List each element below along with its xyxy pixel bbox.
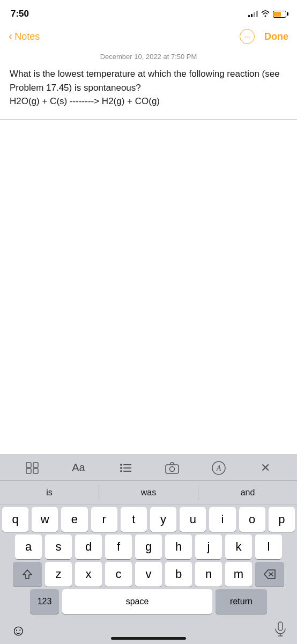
keyboard-row-4: 123 space return: [0, 587, 297, 616]
numbers-key[interactable]: 123: [30, 589, 59, 614]
space-key[interactable]: space: [62, 589, 212, 614]
done-button[interactable]: Done: [264, 31, 288, 42]
status-time: 7:50: [11, 9, 29, 19]
delete-key[interactable]: [255, 562, 284, 587]
key-t[interactable]: t: [121, 507, 147, 532]
svg-rect-3: [33, 469, 38, 473]
svg-point-11: [169, 466, 174, 471]
svg-text:A: A: [216, 464, 221, 472]
key-z[interactable]: z: [45, 562, 72, 587]
emoji-button[interactable]: ☺: [11, 622, 26, 639]
svg-point-6: [120, 470, 122, 472]
key-b[interactable]: b: [165, 562, 192, 587]
more-dots-icon: ···: [244, 32, 250, 41]
predictive-word-1[interactable]: is: [0, 481, 99, 504]
return-key[interactable]: return: [216, 589, 267, 614]
grid-toolbar-button[interactable]: [20, 458, 44, 478]
key-c[interactable]: c: [105, 562, 132, 587]
nav-actions: ··· Done: [240, 29, 288, 44]
key-q[interactable]: q: [2, 507, 28, 532]
keyboard-row-1: q w e r t y u i o p: [0, 504, 297, 532]
svg-point-5: [120, 467, 122, 469]
note-date: December 10, 2022 at 7:50 PM: [10, 53, 287, 61]
key-y[interactable]: y: [150, 507, 176, 532]
keyboard-toolbar: Aa A: [0, 454, 297, 481]
keyboard-row-2: a s d f g h j k l: [0, 532, 297, 559]
mic-button[interactable]: [274, 621, 286, 640]
close-icon: ✕: [261, 461, 270, 475]
back-button[interactable]: ‹ Notes: [9, 30, 40, 43]
separator: [0, 119, 297, 120]
list-button[interactable]: [114, 458, 137, 478]
predictive-word-2[interactable]: was: [99, 481, 198, 504]
predictive-word-3[interactable]: and: [198, 481, 297, 504]
key-s[interactable]: s: [45, 535, 72, 559]
predictive-row: is was and: [0, 481, 297, 504]
key-w[interactable]: w: [32, 507, 58, 532]
note-area: December 10, 2022 at 7:50 PM What is the…: [0, 50, 297, 119]
battery-icon: [273, 11, 286, 18]
key-f[interactable]: f: [105, 535, 132, 559]
keyboard-area: Aa A: [0, 454, 297, 644]
key-p[interactable]: p: [269, 507, 295, 532]
back-label: Notes: [14, 31, 40, 42]
svg-rect-16: [278, 622, 283, 631]
key-h[interactable]: h: [165, 535, 192, 559]
key-o[interactable]: o: [239, 507, 265, 532]
note-text[interactable]: What is the lowest temperature at which …: [10, 67, 287, 108]
key-r[interactable]: r: [91, 507, 117, 532]
key-l[interactable]: l: [255, 535, 282, 559]
key-n[interactable]: n: [195, 562, 222, 587]
text-format-button[interactable]: Aa: [67, 458, 91, 478]
svg-rect-2: [26, 469, 31, 473]
aa-icon: Aa: [72, 462, 85, 474]
camera-button[interactable]: [160, 458, 184, 478]
home-indicator: [111, 637, 186, 640]
svg-rect-1: [33, 463, 38, 467]
nav-bar: ‹ Notes ··· Done: [0, 24, 297, 50]
key-u[interactable]: u: [180, 507, 206, 532]
bottom-bar: ☺: [0, 616, 297, 644]
markup-button[interactable]: A: [207, 458, 231, 478]
key-j[interactable]: j: [195, 535, 222, 559]
key-i[interactable]: i: [209, 507, 235, 532]
more-options-button[interactable]: ···: [240, 29, 255, 44]
keyboard-row-3: z x c v b n m: [0, 559, 297, 587]
key-g[interactable]: g: [135, 535, 162, 559]
chevron-left-icon: ‹: [9, 30, 12, 43]
key-v[interactable]: v: [135, 562, 162, 587]
key-d[interactable]: d: [75, 535, 102, 559]
key-k[interactable]: k: [225, 535, 252, 559]
status-icons: [248, 10, 286, 18]
key-e[interactable]: e: [61, 507, 87, 532]
svg-rect-0: [26, 463, 31, 467]
wifi-icon: [261, 10, 270, 18]
status-bar: 7:50: [0, 0, 297, 24]
key-m[interactable]: m: [225, 562, 252, 587]
close-toolbar-button[interactable]: ✕: [254, 458, 277, 478]
svg-rect-10: [166, 465, 179, 473]
shift-key[interactable]: [13, 562, 42, 587]
svg-point-4: [120, 464, 122, 466]
key-x[interactable]: x: [75, 562, 102, 587]
signal-icon: [248, 11, 258, 17]
key-a[interactable]: a: [15, 535, 42, 559]
